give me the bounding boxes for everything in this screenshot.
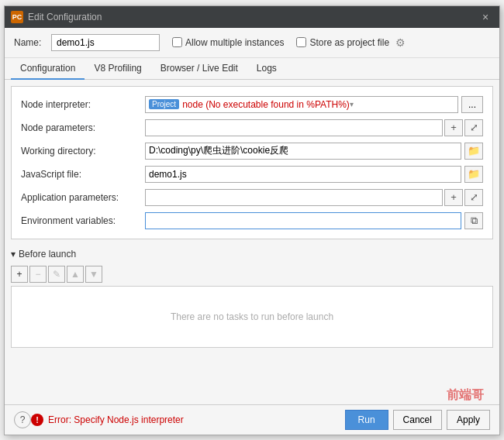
app-parameters-add-button[interactable]: + [444,189,463,206]
node-interpreter-row: Node interpreter: Project node (No execu… [12,93,492,116]
app-parameters-row: Application parameters: + ⤢ [12,186,492,209]
before-launch-up-button[interactable]: ▲ [67,266,84,283]
node-parameters-add-button[interactable]: + [444,119,463,136]
before-launch-down-button[interactable]: ▼ [85,266,102,283]
cancel-button[interactable]: Cancel [393,410,442,430]
store-as-project-label: Store as project file [309,37,389,48]
bottom-bar: ? ! Error: Specify Node.js interpreter R… [5,404,499,435]
checkbox-group: Allow multiple instances Store as projec… [172,36,406,49]
javascript-file-input[interactable] [145,166,461,183]
working-directory-label: Working directory: [21,146,145,156]
before-launch-title: Before launch [19,249,76,260]
error-message: ! Error: Specify Node.js interpreter [31,414,345,426]
env-variables-input[interactable] [145,212,461,229]
env-variables-copy-button[interactable]: ⧉ [464,212,483,229]
allow-multiple-label: Allow multiple instances [185,37,284,48]
dialog-title: Edit Configuration [28,12,478,22]
javascript-file-browse-button[interactable]: 📁 [464,166,483,183]
interpreter-more-button[interactable]: ... [461,96,483,113]
working-directory-input[interactable] [145,143,461,160]
before-launch-empty-text: There are no tasks to run before launch [171,311,333,322]
store-as-project-checkbox[interactable] [296,37,306,47]
app-icon: PC [11,11,23,23]
tabs-row: Configuration V8 Profiling Browser / Liv… [5,58,499,80]
edit-configuration-dialog: PC Edit Configuration × Name: Allow mult… [4,5,500,435]
run-button[interactable]: Run [345,410,388,430]
close-button[interactable]: × [478,9,493,25]
app-parameters-label: Application parameters: [21,192,145,203]
javascript-file-control: 📁 [145,166,483,183]
node-parameters-expand-button[interactable]: ⤢ [464,119,483,136]
node-parameters-control: + ⤢ [145,119,483,136]
interpreter-badge: Project [149,99,179,109]
allow-multiple-checkbox[interactable] [172,37,182,47]
app-parameters-input[interactable] [145,189,443,206]
node-interpreter-control: Project node (No executable found in %PA… [145,96,483,113]
env-variables-control: ⧉ [145,212,483,229]
node-parameters-label: Node parameters: [21,122,145,133]
node-parameters-input[interactable] [145,119,443,136]
working-directory-browse-button[interactable]: 📁 [464,143,483,160]
tab-browser-live-edit[interactable]: Browser / Live Edit [151,58,247,80]
dropdown-arrow-icon: ▾ [350,100,354,108]
node-interpreter-label: Node interpreter: [21,99,145,110]
tab-v8-profiling[interactable]: V8 Profiling [85,58,150,80]
apply-button[interactable]: Apply [447,410,490,430]
before-launch-list: There are no tasks to run before launch [11,286,493,348]
tab-logs[interactable]: Logs [247,58,286,80]
interpreter-value: node (No executable found in %PATH%) [182,99,350,110]
content-area: Node interpreter: Project node (No execu… [5,80,499,404]
env-variables-row: Environment variables: ⧉ [12,209,492,232]
tab-configuration[interactable]: Configuration [11,58,85,80]
before-launch-toolbar: + − ✎ ▲ ▼ [11,263,493,286]
error-icon: ! [31,414,43,426]
help-button[interactable]: ? [14,411,31,428]
config-panel: Node interpreter: Project node (No execu… [11,86,493,239]
javascript-file-label: JavaScript file: [21,169,145,180]
name-label: Name: [14,37,45,48]
before-launch-header[interactable]: ▾ Before launch [11,246,493,263]
javascript-file-row: JavaScript file: 📁 [12,163,492,186]
allow-multiple-item: Allow multiple instances [172,37,284,48]
name-input[interactable] [51,34,160,51]
interpreter-select[interactable]: Project node (No executable found in %PA… [145,96,458,113]
before-launch-section: ▾ Before launch + − ✎ ▲ ▼ There are no t… [11,246,493,348]
env-variables-label: Environment variables: [21,215,145,226]
before-launch-add-button[interactable]: + [11,266,28,283]
before-launch-remove-button[interactable]: − [29,266,47,283]
gear-icon[interactable]: ⚙ [395,36,406,49]
title-bar: PC Edit Configuration × [5,6,499,28]
before-launch-chevron-icon: ▾ [11,249,16,260]
name-row: Name: Allow multiple instances Store as … [5,28,499,58]
working-directory-control: 📁 [145,143,483,160]
before-launch-edit-button[interactable]: ✎ [48,266,65,283]
store-as-project-item: Store as project file ⚙ [296,36,406,49]
app-parameters-control: + ⤢ [145,189,483,206]
node-parameters-row: Node parameters: + ⤢ [12,116,492,139]
working-directory-row: Working directory: 📁 [12,139,492,163]
app-parameters-expand-button[interactable]: ⤢ [464,189,483,206]
action-buttons: Run Cancel Apply [345,410,490,430]
error-text: Error: Specify Node.js interpreter [48,414,184,425]
